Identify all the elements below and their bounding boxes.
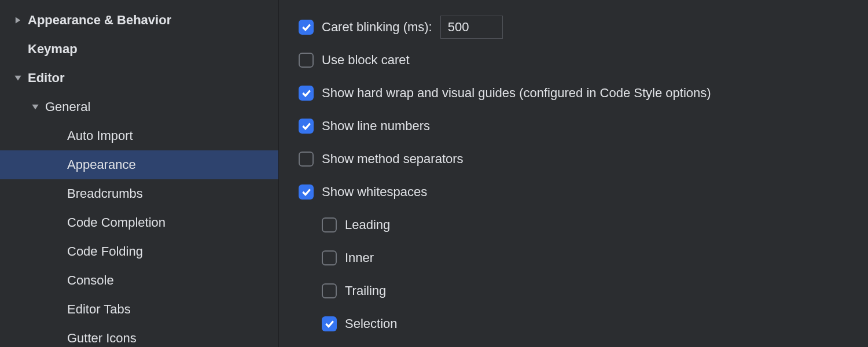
tree-label: Auto Import <box>65 128 133 143</box>
settings-tree: Appearance & Behavior Keymap Editor Gene… <box>0 0 279 347</box>
tree-item-editor[interactable]: Editor <box>0 64 278 93</box>
option-ws-leading: Leading <box>299 208 851 241</box>
option-label: Show line numbers <box>322 119 430 134</box>
checkbox-ws-leading[interactable] <box>322 217 337 232</box>
tree-item-appearance[interactable]: Appearance <box>0 150 278 179</box>
option-label: Show method separators <box>322 152 464 167</box>
checkbox-use-block-caret[interactable] <box>299 53 314 68</box>
option-label: Show hard wrap and visual guides (config… <box>322 86 711 101</box>
option-use-block-caret: Use block caret <box>299 43 851 76</box>
option-ws-selection: Selection <box>299 307 851 340</box>
tree-label: Appearance & Behavior <box>25 13 171 28</box>
tree-item-appearance-behavior[interactable]: Appearance & Behavior <box>0 6 278 35</box>
tree-item-keymap[interactable]: Keymap <box>0 35 278 64</box>
checkbox-show-line-numbers[interactable] <box>299 119 314 134</box>
option-ws-inner: Inner <box>299 241 851 274</box>
checkbox-ws-selection[interactable] <box>322 316 337 331</box>
tree-label: Editor Tabs <box>65 302 131 317</box>
tree-item-general[interactable]: General <box>0 93 278 121</box>
tree-item-breadcrumbs[interactable]: Breadcrumbs <box>0 179 278 208</box>
tree-label: Breadcrumbs <box>65 186 143 201</box>
tree-label: Code Completion <box>65 215 165 230</box>
option-caret-blinking: Caret blinking (ms): <box>299 10 851 43</box>
tree-label: Gutter Icons <box>65 331 137 346</box>
tree-item-auto-import[interactable]: Auto Import <box>0 121 278 150</box>
checkbox-show-method-separators[interactable] <box>299 152 314 167</box>
tree-label: Appearance <box>65 157 136 172</box>
tree-label: Keymap <box>25 42 78 57</box>
chevron-down-icon <box>28 103 43 111</box>
option-label: Use block caret <box>322 53 410 68</box>
checkbox-show-whitespaces[interactable] <box>299 184 314 200</box>
tree-item-console[interactable]: Console <box>0 266 278 295</box>
tree-item-editor-tabs[interactable]: Editor Tabs <box>0 295 278 324</box>
option-show-hard-wrap: Show hard wrap and visual guides (config… <box>299 76 851 109</box>
tree-item-gutter-icons[interactable]: Gutter Icons <box>0 324 278 347</box>
tree-label: Code Folding <box>65 244 143 259</box>
option-label: Show whitespaces <box>322 184 427 200</box>
option-ws-trailing: Trailing <box>299 274 851 307</box>
checkbox-show-hard-wrap[interactable] <box>299 86 314 101</box>
option-show-line-numbers: Show line numbers <box>299 109 851 142</box>
tree-item-code-folding[interactable]: Code Folding <box>0 237 278 266</box>
option-show-whitespaces: Show whitespaces <box>299 175 851 208</box>
tree-label: Editor <box>25 71 65 86</box>
option-label: Inner <box>345 250 374 265</box>
chevron-down-icon <box>10 74 25 82</box>
tree-label: General <box>43 99 90 115</box>
tree-item-code-completion[interactable]: Code Completion <box>0 208 278 237</box>
option-show-method-separators: Show method separators <box>299 142 851 175</box>
option-label: Selection <box>345 316 398 331</box>
option-label: Leading <box>345 217 390 232</box>
checkbox-ws-inner[interactable] <box>322 250 337 265</box>
checkbox-ws-trailing[interactable] <box>322 283 337 298</box>
settings-content: Caret blinking (ms): Use block caret Sho… <box>279 0 868 347</box>
chevron-right-icon <box>10 16 25 24</box>
option-label: Trailing <box>345 283 386 298</box>
caret-blinking-input[interactable] <box>440 16 503 39</box>
option-label: Caret blinking (ms): <box>322 20 432 35</box>
tree-label: Console <box>65 273 114 288</box>
checkbox-caret-blinking[interactable] <box>299 20 314 35</box>
